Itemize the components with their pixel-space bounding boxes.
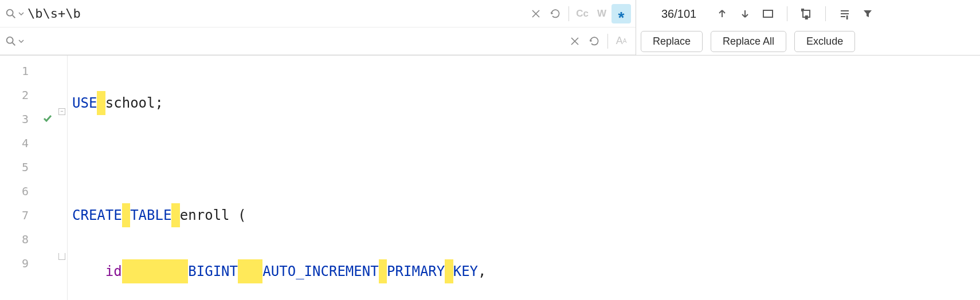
svg-line-1 [13, 15, 15, 18]
match-counter: 36/101 [641, 7, 710, 21]
search-icon [5, 35, 17, 48]
code-line: CREATE TABLE enroll ( [68, 203, 980, 227]
preserve-case-toggle[interactable]: AA [611, 31, 631, 51]
svg-rect-8 [763, 10, 773, 17]
gutter-line: 3 [0, 107, 57, 131]
svg-line-5 [13, 42, 15, 45]
code-line: id BIGINT AUTO_INCREMENT PRIMARY KEY, [68, 259, 980, 283]
fold-marker-open[interactable]: − [58, 108, 65, 115]
gutter-line: 8 [0, 227, 57, 251]
settings-lines-icon[interactable]: I [837, 6, 852, 21]
gutter-line: 1 [0, 59, 57, 83]
svg-text:I: I [846, 15, 848, 19]
gutter-line: 6 [0, 179, 57, 203]
svg-point-0 [7, 9, 13, 15]
next-match-icon[interactable] [738, 6, 752, 21]
search-row: Cc W * [0, 0, 636, 27]
clear-search-icon[interactable] [526, 4, 546, 23]
gutter: 1 2 3 4 5 6 7 8 9 [0, 56, 57, 300]
dropdown-caret-icon[interactable] [18, 11, 24, 17]
select-all-icon[interactable] [761, 6, 775, 21]
search-input[interactable] [28, 6, 526, 21]
svg-point-4 [7, 37, 13, 43]
find-replace-toolbar: Cc W * AA 36/101 [0, 0, 980, 56]
match-case-toggle[interactable]: Cc [573, 4, 592, 23]
regex-toggle[interactable]: * [611, 4, 631, 23]
gutter-line: 9 [0, 251, 57, 275]
whole-word-toggle[interactable]: W [592, 4, 611, 23]
code-area[interactable]: USE school; CREATE TABLE enroll ( id BIG… [68, 56, 980, 300]
prev-match-icon[interactable] [715, 6, 730, 21]
separator [607, 34, 608, 49]
code-editor[interactable]: 1 2 3 4 5 6 7 8 9 − USE school; CREATE T… [0, 56, 980, 300]
check-icon [42, 112, 53, 126]
gutter-line: 4 [0, 131, 57, 155]
replace-button[interactable]: Replace [641, 31, 703, 52]
code-line [68, 147, 980, 171]
clear-replace-icon[interactable] [565, 31, 585, 51]
gutter-line: 2 [0, 83, 57, 107]
replace-all-button[interactable]: Replace All [711, 31, 786, 52]
separator [787, 6, 787, 21]
toolbar-right-column: 36/101 II I [636, 0, 980, 55]
search-history-icon[interactable] [546, 4, 565, 23]
code-line: USE school; [68, 91, 980, 115]
separator [569, 6, 569, 21]
search-icon [5, 7, 17, 20]
gutter-line: 5 [0, 155, 57, 179]
fold-marker-close[interactable] [58, 253, 65, 260]
fold-column: − [57, 56, 68, 300]
svg-text:II: II [805, 15, 807, 19]
nav-icons: II I [715, 6, 875, 21]
replace-history-icon[interactable] [585, 31, 604, 51]
replace-buttons-row: Replace Replace All Exclude [636, 27, 980, 55]
dropdown-caret-icon[interactable] [18, 38, 24, 44]
gutter-line: 7 [0, 203, 57, 227]
exclude-button[interactable]: Exclude [794, 31, 855, 52]
filter-icon[interactable] [860, 6, 875, 21]
separator [825, 6, 826, 21]
results-nav-row: 36/101 II I [636, 0, 980, 27]
replace-input[interactable] [28, 34, 566, 48]
new-window-icon[interactable]: II [799, 6, 814, 21]
replace-row: AA [0, 27, 636, 55]
search-fields-column: Cc W * AA [0, 0, 636, 55]
